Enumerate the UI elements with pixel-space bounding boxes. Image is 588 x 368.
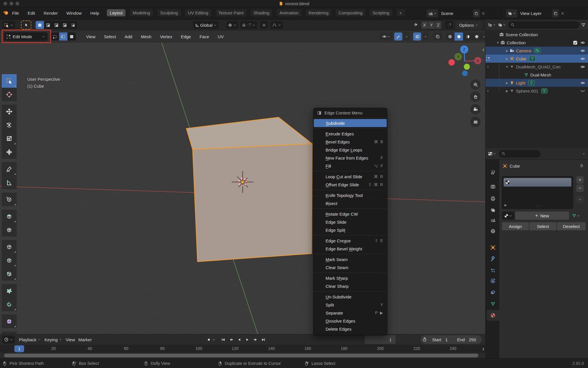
properties-search-input[interactable]	[499, 150, 541, 158]
viewport-menu-add[interactable]: Add	[125, 34, 132, 39]
scene-copy-button[interactable]	[473, 9, 480, 18]
menu-item-knife-topology-tool[interactable]: Knife Topology Tool	[314, 191, 387, 199]
eye-open-icon[interactable]	[580, 40, 585, 45]
outliner-row-collection[interactable]: ▼Collection	[486, 39, 588, 47]
proportional-falloff-dropdown[interactable]	[270, 21, 283, 29]
properties-tab-render[interactable]	[487, 181, 499, 192]
jump-to-prev-keyframe-button[interactable]	[227, 336, 235, 344]
menu-item-new-face-from-edges[interactable]: New Face from EdgesF	[314, 154, 387, 162]
slot-specials-dropdown[interactable]	[576, 195, 584, 203]
menu-item-bisect[interactable]: Bisect	[314, 199, 387, 207]
material-slot-list[interactable]: ▶ :::::	[502, 176, 573, 209]
xray-toggle[interactable]	[433, 32, 442, 41]
zoom-window-icon[interactable]	[16, 2, 19, 5]
options-dropdown[interactable]: Options	[456, 21, 482, 29]
menu-item-fill[interactable]: Fill⌥ F	[314, 162, 387, 170]
mirror-axis-y[interactable]: Y	[428, 21, 435, 29]
zoom-view-button[interactable]	[470, 79, 481, 90]
add-slot-button[interactable]: +	[576, 176, 584, 184]
tool-scale-button[interactable]	[2, 132, 17, 145]
current-frame-marker[interactable]: 1	[14, 345, 24, 352]
properties-tab-modifiers[interactable]	[487, 254, 499, 264]
viewport-menu-face[interactable]: Face	[200, 34, 209, 39]
tool-add-cube-button[interactable]	[2, 193, 17, 206]
properties-tab-view-layer[interactable]	[487, 205, 499, 216]
menu-item-bevel-edges[interactable]: Bevel Edges⌘ B	[314, 138, 387, 146]
select-mode-vertex-button[interactable]	[51, 32, 59, 41]
disclosure-down-icon[interactable]: ▼	[495, 41, 500, 44]
select-mode-intersect[interactable]	[69, 21, 77, 29]
timeline-menu-view[interactable]: View	[64, 337, 77, 342]
menu-item-mark-sharp[interactable]: Mark Sharp	[314, 274, 387, 282]
menu-item-extrude-edges[interactable]: Extrude Edges	[314, 130, 387, 138]
select-mode-subtract[interactable]	[52, 21, 61, 29]
navigation-gizmo[interactable]: Z Y X	[442, 40, 485, 80]
outliner-row-dual-mesh[interactable]: Dual-Mesh	[486, 71, 588, 79]
blender-logo-icon[interactable]	[3, 10, 9, 16]
sidebar-collapse-chevron[interactable]	[481, 48, 485, 52]
minimize-window-icon[interactable]	[9, 2, 13, 5]
outliner-label[interactable]: Light	[516, 80, 525, 85]
tool-cursor-button[interactable]	[2, 88, 17, 101]
active-tool-button[interactable]	[2, 21, 15, 29]
properties-tab-world[interactable]	[487, 226, 499, 237]
breadcrumb-object-name[interactable]: Cube	[510, 164, 520, 168]
shading-wireframe-button[interactable]	[446, 32, 454, 41]
traffic-lights[interactable]	[3, 2, 19, 5]
scene-unlink-button[interactable]: ✕	[480, 9, 487, 18]
start-frame-field[interactable]: Start1	[428, 337, 452, 342]
timeline-editor-type-dropdown[interactable]	[2, 336, 15, 344]
outliner-label[interactable]: Scene Collection	[506, 32, 538, 37]
menu-item-offset-edge-slide[interactable]: Offset Edge Slide⇧ ⌘ R	[314, 181, 387, 189]
outliner-label[interactable]: Sphere.001	[516, 89, 538, 93]
pin-icon[interactable]	[579, 164, 584, 168]
add-workspace-button[interactable]: +	[396, 9, 405, 16]
disclosure-right-icon[interactable]: ▶	[504, 89, 510, 93]
mesh-data-icon[interactable]	[541, 88, 548, 93]
outliner-search-input[interactable]	[508, 21, 579, 29]
eye-open-icon[interactable]	[580, 48, 585, 53]
workspace-tab-modeling[interactable]: Modeling	[130, 9, 153, 16]
scene-name-field[interactable]: Scene	[438, 9, 473, 18]
viewport-menu-mesh[interactable]: Mesh	[141, 34, 152, 39]
eye-open-icon[interactable]	[580, 56, 585, 61]
end-frame-field[interactable]: End250	[453, 337, 480, 342]
tool-spin-button[interactable]	[2, 298, 17, 311]
slot-expander-icon[interactable]: ▶	[504, 203, 507, 207]
snap-dashed-circle-button[interactable]	[445, 21, 453, 29]
close-window-icon[interactable]	[3, 2, 7, 5]
properties-tab-constraints[interactable]	[487, 287, 499, 298]
outliner-row-sphere-001[interactable]: ▶Sphere.001	[486, 87, 588, 95]
tool-edge-slide-button[interactable]	[2, 331, 17, 334]
tool-transform-button[interactable]	[2, 145, 17, 159]
timeline-menu-marker[interactable]: Marker	[77, 337, 94, 342]
play-reverse-button[interactable]	[235, 336, 243, 344]
outliner-row-dualmesh-quad-con[interactable]: ▼DualMesh_QUAD_Con	[486, 63, 588, 71]
select-mode-invert[interactable]	[61, 21, 69, 29]
drag-handle-icon[interactable]: :::::	[536, 204, 543, 208]
remove-slot-button[interactable]: −	[576, 185, 584, 192]
camera-view-button[interactable]	[470, 104, 481, 114]
menu-help[interactable]: Help	[90, 9, 100, 17]
auto-keying-toggle[interactable]	[205, 336, 217, 344]
menu-item-dissolve-edges[interactable]: Dissolve Edges	[314, 317, 387, 325]
material-slot-row[interactable]	[504, 178, 571, 187]
tool-poly-build-button[interactable]	[2, 284, 17, 298]
view-layer-copy-button[interactable]	[552, 9, 559, 18]
viewport-menu-vertex[interactable]: Vertex	[160, 34, 172, 39]
menu-item-edge-crease[interactable]: Edge Crease⇧ E	[314, 237, 387, 245]
workspace-tab-layout[interactable]: Layout	[107, 9, 125, 16]
show-overlays-toggle[interactable]	[413, 32, 421, 41]
menu-edit[interactable]: Edit	[27, 9, 36, 17]
workspace-tab-shading[interactable]: Shading	[251, 9, 272, 16]
timeline-menu-playback[interactable]: Playback	[17, 337, 43, 342]
disclosure-down-icon[interactable]: ▼	[504, 65, 510, 68]
tool-measure-button[interactable]	[2, 176, 17, 189]
menu-item-edge-slide[interactable]: Edge Slide	[314, 218, 387, 226]
tool-rotate-button[interactable]	[2, 118, 17, 132]
snap-dropdown[interactable]	[240, 21, 257, 29]
pivot-point-dropdown[interactable]	[226, 21, 239, 29]
select-mode-extend[interactable]	[44, 21, 52, 29]
timeline-collapse-chevron[interactable]	[481, 347, 486, 351]
select-button[interactable]: Select	[529, 222, 556, 230]
